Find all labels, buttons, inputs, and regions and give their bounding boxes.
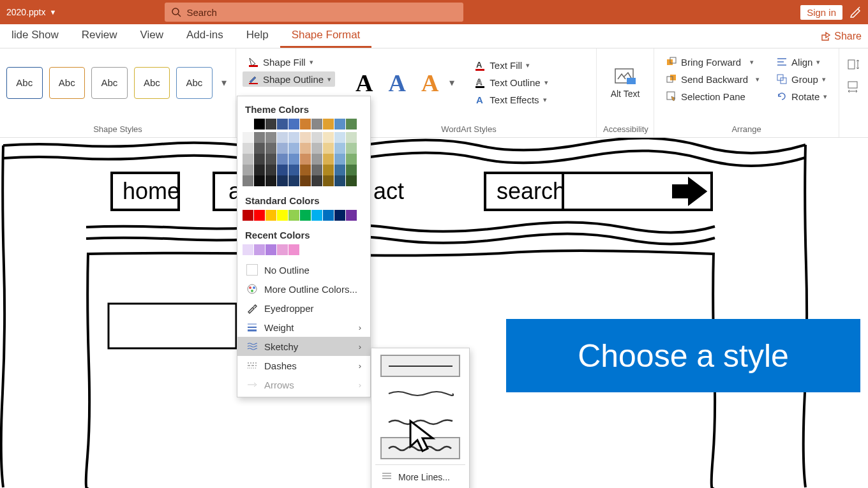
color-swatch[interactable] [266, 119, 276, 129]
sketchy-style-straight[interactable] [380, 355, 460, 377]
tab-slideshow[interactable]: lide Show [0, 23, 70, 48]
weight-item[interactable]: Weight› [237, 318, 370, 337]
color-swatch[interactable] [288, 132, 299, 143]
eyedropper-item[interactable]: Eyedropper [237, 299, 370, 318]
color-swatch[interactable] [311, 154, 322, 165]
color-swatch[interactable] [266, 175, 276, 186]
color-swatch[interactable] [243, 175, 253, 186]
tab-view[interactable]: View [128, 23, 175, 48]
color-swatch[interactable] [254, 210, 265, 221]
color-swatch[interactable] [300, 119, 311, 129]
more-outline-colors-item[interactable]: More Outline Colors... [237, 279, 370, 299]
color-swatch[interactable] [243, 210, 253, 221]
color-swatch[interactable] [277, 165, 288, 175]
color-swatch[interactable] [311, 175, 322, 186]
wordart-styles-more[interactable]: ▾ [446, 67, 458, 99]
color-swatch[interactable] [243, 165, 253, 175]
color-swatch[interactable] [277, 210, 288, 221]
shape-style-5[interactable]: Abc [176, 67, 213, 99]
color-swatch[interactable] [346, 154, 357, 165]
dashes-item[interactable]: Dashes› [237, 356, 370, 375]
color-swatch[interactable] [300, 154, 311, 165]
color-swatch[interactable] [254, 143, 265, 154]
color-swatch[interactable] [277, 143, 288, 154]
color-swatch[interactable] [334, 132, 345, 143]
color-swatch[interactable] [277, 154, 288, 165]
color-swatch[interactable] [254, 165, 265, 175]
sketchy-style-wavy1[interactable] [380, 382, 460, 404]
color-swatch[interactable] [288, 175, 299, 186]
color-swatch[interactable] [323, 165, 334, 175]
tab-addins[interactable]: Add-ins [175, 23, 235, 48]
color-swatch[interactable] [311, 119, 322, 129]
color-swatch[interactable] [334, 119, 345, 129]
color-swatch[interactable] [346, 175, 357, 186]
wordart-style-2[interactable]: A [380, 69, 413, 97]
color-swatch[interactable] [254, 244, 265, 255]
bring-forward-button[interactable]: Bring Forward▾ [661, 54, 765, 70]
color-swatch[interactable] [323, 175, 334, 186]
tab-review[interactable]: Review [70, 23, 129, 48]
selection-pane-button[interactable]: Selection Pane [661, 89, 765, 104]
group-button[interactable]: Group▾ [771, 71, 832, 87]
color-swatch[interactable] [346, 119, 357, 129]
color-swatch[interactable] [266, 132, 276, 143]
color-swatch[interactable] [243, 143, 253, 154]
color-swatch[interactable] [243, 132, 253, 143]
sketchy-item[interactable]: Sketchy› [237, 337, 370, 356]
color-swatch[interactable] [266, 244, 276, 255]
color-swatch[interactable] [311, 210, 322, 221]
color-swatch[interactable] [266, 154, 276, 165]
color-swatch[interactable] [334, 143, 345, 154]
no-outline-item[interactable]: No Outline [237, 260, 370, 279]
color-swatch[interactable] [288, 210, 299, 221]
text-outline-button[interactable]: AText Outline▾ [469, 75, 553, 91]
wordart-style-3[interactable]: A [414, 69, 446, 97]
rotate-button[interactable]: Rotate▾ [771, 89, 832, 104]
color-swatch[interactable] [346, 143, 357, 154]
color-swatch[interactable] [266, 210, 276, 221]
shape-styles-more[interactable]: ▾ [219, 67, 229, 99]
color-swatch[interactable] [277, 175, 288, 186]
color-swatch[interactable] [311, 132, 322, 143]
color-swatch[interactable] [334, 210, 345, 221]
color-swatch[interactable] [277, 132, 288, 143]
color-swatch[interactable] [266, 165, 276, 175]
document-title[interactable]: 2020.pptx ▼ [0, 7, 63, 17]
color-swatch[interactable] [346, 132, 357, 143]
color-swatch[interactable] [288, 244, 299, 255]
color-swatch[interactable] [300, 132, 311, 143]
color-swatch[interactable] [254, 154, 265, 165]
color-swatch[interactable] [277, 244, 288, 255]
color-swatch[interactable] [334, 175, 345, 186]
color-swatch[interactable] [288, 165, 299, 175]
shape-style-2[interactable]: Abc [49, 67, 86, 99]
color-swatch[interactable] [254, 132, 265, 143]
color-swatch[interactable] [300, 165, 311, 175]
color-swatch[interactable] [243, 244, 253, 255]
align-button[interactable]: Align▾ [771, 54, 832, 70]
shape-style-3[interactable]: Abc [91, 67, 128, 99]
color-swatch[interactable] [266, 143, 276, 154]
color-swatch[interactable] [334, 165, 345, 175]
search-box[interactable] [165, 3, 463, 22]
color-swatch[interactable] [277, 119, 288, 129]
color-swatch[interactable] [288, 154, 299, 165]
shape-outline-button[interactable]: Shape Outline▾ [243, 71, 335, 87]
color-swatch[interactable] [311, 165, 322, 175]
color-swatch[interactable] [311, 143, 322, 154]
shape-fill-button[interactable]: Shape Fill▾ [243, 54, 335, 70]
color-swatch[interactable] [323, 132, 334, 143]
mode-switch-icon[interactable] [849, 5, 863, 19]
shape-style-4[interactable]: Abc [134, 67, 170, 99]
shape-style-1[interactable]: Abc [6, 67, 43, 99]
color-swatch[interactable] [254, 119, 265, 129]
text-fill-button[interactable]: AText Fill▾ [469, 58, 553, 73]
color-swatch[interactable] [300, 143, 311, 154]
color-swatch[interactable] [288, 143, 299, 154]
text-effects-button[interactable]: AText Effects▾ [469, 92, 553, 108]
color-swatch[interactable] [243, 119, 253, 129]
send-backward-button[interactable]: Send Backward▾ [661, 71, 765, 87]
alt-text-button[interactable]: Alt Text [603, 52, 647, 113]
color-swatch[interactable] [323, 154, 334, 165]
